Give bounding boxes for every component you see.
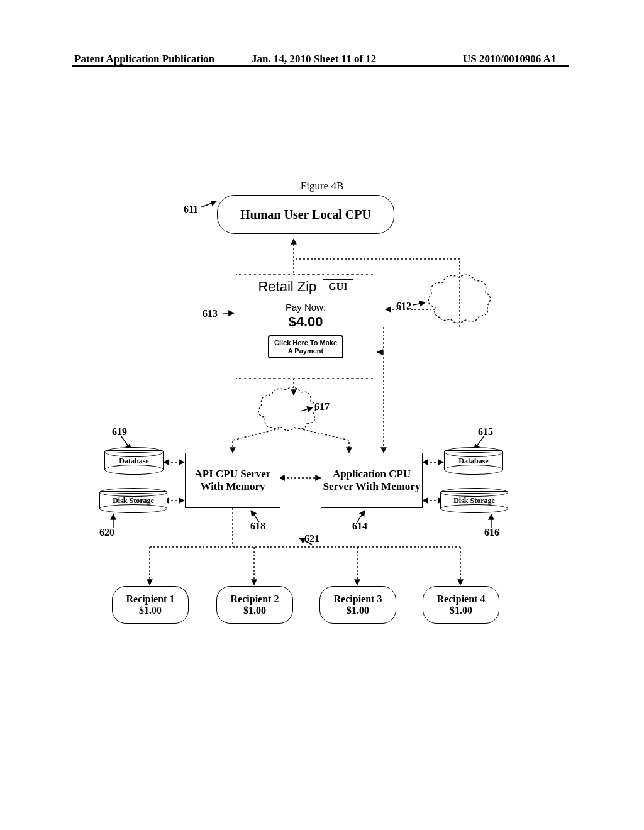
recipient-3-amount: $1.00 [347,605,369,616]
retail-zip-gui-panel: Retail Zip GUI Pay Now: $4.00 Click Here… [236,274,375,379]
ref-611: 611 [184,204,198,215]
svg-line-7 [301,407,313,411]
make-payment-button-line2: A Payment [288,347,323,355]
recipient-1-amount: $1.00 [139,605,162,616]
application-cpu-server: Application CPU Server With Memory [321,453,423,508]
recipient-4-amount: $1.00 [450,605,472,616]
ref-617: 617 [314,401,330,412]
ref-621: 621 [304,533,319,545]
recipient-3-title: Recipient 3 [334,594,382,605]
recipient-3: Recipient 3 $1.00 [319,586,396,624]
connector-layer [0,0,644,830]
ref-618: 618 [250,521,265,532]
recipient-2: Recipient 2 $1.00 [216,586,293,624]
database-left-label: Database [105,456,163,466]
api-cpu-server: API CPU Server With Memory [185,453,280,508]
database-right: Database [444,451,503,470]
disk-storage-left-label: Disk Storage [100,496,167,506]
svg-line-19 [201,201,216,208]
ref-615: 615 [478,426,493,438]
database-right-label: Database [445,456,502,466]
recipient-4: Recipient 4 $1.00 [423,586,499,624]
brand-label: Retail Zip [258,279,316,295]
disk-storage-right-label: Disk Storage [441,496,508,506]
make-payment-button[interactable]: Click Here To Make A Payment [268,335,343,358]
gui-box-label: GUI [323,279,353,294]
ref-616: 616 [484,527,499,538]
ref-619: 619 [112,426,127,438]
ref-612: 612 [396,301,411,312]
ref-620: 620 [99,527,114,538]
ref-613: 613 [203,308,218,319]
pay-amount: $4.00 [236,314,375,330]
svg-line-4 [413,302,425,305]
recipient-2-title: Recipient 2 [231,594,279,605]
human-user-local-cpu-label: Human User Local CPU [240,208,371,222]
recipient-2-amount: $1.00 [243,605,266,616]
application-cpu-server-label: Application CPU Server With Memory [321,468,422,493]
ref-614: 614 [352,521,367,532]
disk-storage-right: Disk Storage [440,492,508,509]
api-cpu-server-label: API CPU Server With Memory [186,468,280,493]
disk-storage-left: Disk Storage [99,492,167,509]
make-payment-button-line1: Click Here To Make [274,339,337,346]
recipient-1-title: Recipient 1 [126,594,175,605]
recipient-1: Recipient 1 $1.00 [112,586,189,624]
human-user-local-cpu: Human User Local CPU [217,195,394,234]
recipient-4-title: Recipient 4 [437,594,486,605]
pay-now-label: Pay Now: [236,302,375,313]
database-left: Database [104,451,164,470]
